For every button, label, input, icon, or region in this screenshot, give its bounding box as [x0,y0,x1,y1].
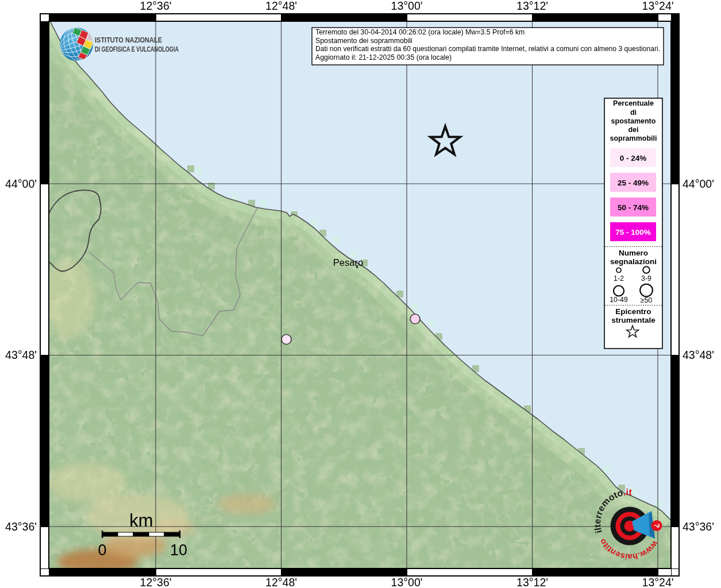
info-box: Terremoto del 30-04-2014 00:26:02 (ora l… [312,28,664,65]
axis-label: 12°36' [140,576,172,588]
ingv-name-line2: DI GEOFISICA E VULCANOLOGIA [95,45,179,53]
axis-label: 12°48' [265,0,297,12]
legend-counts-title-line: segnalazioni [610,257,657,266]
legend-epicenter-title-line: strumentale [611,316,656,324]
axis-label: 13°24' [642,0,674,12]
axis-label: 43°48' [5,349,37,361]
legend-title-line: dei [628,126,638,134]
axis-left: 44°00' 43°48' 43°36' [5,177,37,533]
legend-swatch-label: 25 - 49% [618,179,649,187]
info-line-1: Terremoto del 30-04-2014 00:26:02 (ora l… [315,28,525,36]
legend-title-line: di [630,109,637,117]
scalebar-ten: 10 [170,541,187,559]
legend-swatch-label: 75 - 100% [615,228,651,237]
scalebar-unit: km [129,510,153,531]
axis-label: 44°00' [5,177,37,190]
hsit-question-mark: ? [653,524,661,528]
axis-label: 13°00' [391,576,423,588]
axis-label: 43°36' [683,520,714,533]
city-label: Pesaro [333,257,363,268]
map-svg: Pesaro km 0 10 [0,0,721,588]
axis-label: 44°00' [683,177,714,190]
legend-title-line: soprammobili [610,134,657,142]
legend-count-label: 10-49 [610,296,628,304]
info-line-3: Dati non verificati estratti da 60 quest… [315,45,660,53]
legend-count-label: ≥50 [641,296,653,304]
axis-label: 12°48' [265,576,297,588]
axis-label: 13°24' [642,576,674,588]
legend: Percentuale di spostamento dei soprammob… [604,98,662,349]
legend-swatch-label: 50 - 74% [618,203,649,212]
legend-title: Percentuale di spostamento dei soprammob… [610,99,657,142]
axis-label: 13°12' [516,0,548,12]
axis-bottom: 12°36' 12°48' 13°00' 13°12' 13°24' [140,576,674,588]
axis-top: 12°36' 12°48' 13°00' 13°12' 13°24' [140,0,674,12]
shakemap-page: Pesaro km 0 10 [0,0,721,588]
legend-epicenter-title: Epicentro strumentale [611,307,656,324]
axis-label: 43°36' [5,520,37,533]
info-line-4: Aggiornato il: 21-12-2025 00:35 (ora loc… [315,53,452,61]
axis-label: 43°48' [683,349,714,361]
legend-title-line: Percentuale [613,99,654,107]
report-circle [282,335,291,345]
legend-count-label: 3-9 [641,274,651,283]
legend-count-label: 1-2 [614,274,624,283]
axis-label: 13°00' [391,0,423,12]
report-circle [410,314,420,324]
info-line-2: Spostamento dei soprammobili [315,37,412,45]
legend-swatch-label: 0 - 24% [620,154,647,163]
legend-epicenter-title-line: Epicentro [615,307,651,316]
map-body: Pesaro km 0 10 [43,19,671,574]
legend-counts-title-line: Numero [619,249,648,257]
ingv-name-line1: ISTITUTO NAZIONALE [95,36,162,44]
axis-label: 13°12' [516,576,548,588]
axis-right: 44°00' 43°48' 43°36' [683,177,714,533]
legend-title-line: spostamento [611,117,656,125]
scalebar-zero: 0 [98,541,106,559]
axis-label: 12°36' [140,0,172,12]
